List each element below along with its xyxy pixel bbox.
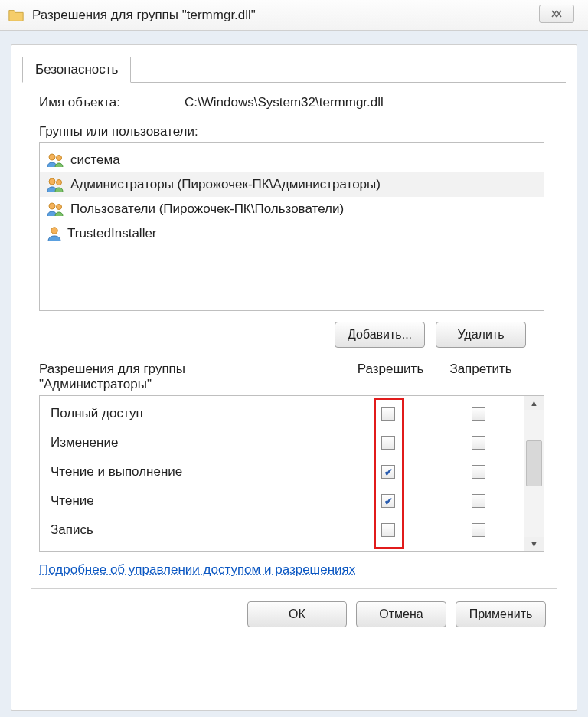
- titlebar: Разрешения для группы "termmgr.dll": [0, 0, 588, 31]
- deny-checkbox[interactable]: [472, 407, 485, 421]
- object-label: Имя объекта:: [39, 95, 185, 110]
- tab-strip: Безопасность: [22, 56, 577, 82]
- allow-checkbox[interactable]: [381, 407, 395, 421]
- scrollbar[interactable]: ▲ ▼: [524, 396, 544, 551]
- scroll-up-icon[interactable]: ▲: [530, 396, 538, 410]
- deny-checkbox[interactable]: [472, 494, 485, 508]
- allow-cell: [343, 494, 433, 508]
- tab-content: Имя объекта: C:\Windows\System32\termmgr…: [11, 83, 577, 578]
- object-path: C:\Windows\System32\termmgr.dll: [185, 95, 384, 110]
- svg-point-5: [57, 205, 62, 210]
- permissions-title-subject: "Администраторы": [39, 377, 152, 391]
- window-title: Разрешения для группы "termmgr.dll": [32, 8, 256, 23]
- deny-checkbox[interactable]: [472, 523, 485, 537]
- group-item-label: система: [70, 152, 120, 168]
- svg-point-6: [51, 228, 57, 234]
- permission-row: Полный доступ: [40, 399, 524, 428]
- tab-security[interactable]: Безопасность: [22, 57, 131, 83]
- learn-more-link[interactable]: Подробнее об управлении доступом и разре…: [39, 562, 355, 577]
- permissions-rows: Полный доступИзменениеЧтение и выполнени…: [40, 396, 524, 551]
- allow-checkbox[interactable]: [381, 494, 395, 508]
- permission-label: Чтение и выполнение: [40, 464, 343, 480]
- group-item-label: Администраторы (Пирожочек-ПК\Администрат…: [70, 177, 381, 192]
- allow-checkbox[interactable]: [381, 436, 395, 450]
- groups-listbox[interactable]: системаАдминистраторы (Пирожочек-ПК\Адми…: [39, 142, 544, 311]
- groups-label: Группы или пользователи:: [39, 124, 557, 139]
- cancel-button[interactable]: Отмена: [356, 601, 446, 627]
- permission-label: Изменение: [40, 435, 343, 450]
- close-button[interactable]: [539, 5, 574, 23]
- svg-point-2: [49, 178, 55, 185]
- object-row: Имя объекта: C:\Windows\System32\termmgr…: [39, 95, 557, 110]
- permission-label: Запись: [40, 522, 343, 538]
- group-item[interactable]: система: [40, 148, 544, 172]
- deny-cell: [433, 465, 524, 479]
- remove-button[interactable]: Удалить: [436, 322, 526, 348]
- users-icon: [46, 176, 66, 193]
- deny-checkbox[interactable]: [472, 465, 485, 479]
- permission-row: Изменение: [40, 428, 524, 457]
- deny-cell: [433, 407, 524, 421]
- deny-cell: [433, 436, 524, 450]
- permission-row: Запись: [40, 516, 524, 545]
- permissions-listbox: Полный доступИзменениеЧтение и выполнени…: [39, 395, 544, 552]
- footer-separator: [31, 588, 557, 589]
- scroll-track[interactable]: [524, 410, 544, 537]
- permissions-title: Разрешения для группы "Администраторы": [39, 362, 345, 392]
- groups-buttons: Добавить... Удалить: [39, 322, 526, 348]
- permission-row: Чтение и выполнение: [40, 457, 524, 486]
- scroll-down-icon[interactable]: ▼: [530, 537, 538, 551]
- allow-cell: [343, 465, 433, 479]
- svg-point-1: [57, 156, 62, 161]
- allow-checkbox[interactable]: [381, 465, 395, 479]
- deny-checkbox[interactable]: [472, 436, 485, 450]
- close-icon: [550, 9, 563, 18]
- allow-cell: [343, 407, 433, 421]
- permissions-header: Разрешения для группы "Администраторы" Р…: [39, 362, 526, 392]
- folder-icon: [8, 7, 24, 24]
- permissions-title-prefix: Разрешения для группы: [39, 362, 185, 376]
- group-item-label: Пользователи (Пирожочек-ПК\Пользователи): [70, 201, 344, 217]
- permission-label: Чтение: [40, 493, 343, 509]
- users-icon: [46, 201, 66, 218]
- dialog: Безопасность Имя объекта: C:\Windows\Sys…: [11, 44, 577, 711]
- permission-label: Полный доступ: [40, 406, 343, 421]
- add-button[interactable]: Добавить...: [335, 322, 425, 348]
- apply-button[interactable]: Применить: [456, 601, 546, 627]
- group-item[interactable]: Администраторы (Пирожочек-ПК\Администрат…: [40, 172, 544, 197]
- svg-point-4: [49, 203, 55, 209]
- allow-cell: [343, 436, 433, 450]
- scroll-thumb[interactable]: [526, 440, 542, 486]
- column-deny: Запретить: [436, 362, 526, 392]
- permission-row: Чтение: [40, 486, 524, 516]
- group-item[interactable]: TrustedInstaller: [40, 221, 544, 246]
- ok-button[interactable]: ОК: [247, 601, 347, 627]
- svg-point-0: [49, 154, 55, 160]
- svg-point-3: [57, 180, 62, 185]
- allow-checkbox[interactable]: [381, 523, 395, 537]
- deny-cell: [433, 494, 524, 508]
- deny-cell: [433, 523, 524, 537]
- group-item[interactable]: Пользователи (Пирожочек-ПК\Пользователи): [40, 197, 544, 221]
- dialog-footer: ОК Отмена Применить: [11, 601, 546, 627]
- users-icon: [46, 152, 66, 169]
- user-icon: [46, 225, 63, 242]
- group-item-label: TrustedInstaller: [67, 226, 157, 241]
- column-allow: Разрешить: [345, 362, 436, 392]
- allow-cell: [343, 523, 433, 537]
